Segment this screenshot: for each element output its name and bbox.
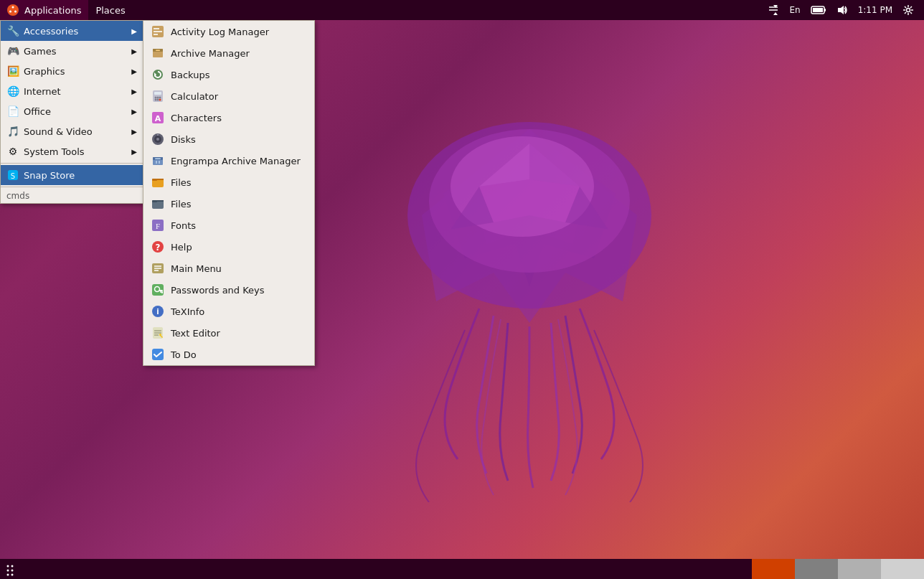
submenu-engrampa[interactable]: Engrampa Archive Manager: [143, 150, 314, 171]
menu-separator-2: [1, 187, 143, 187]
engrampa-icon: [151, 154, 165, 168]
settings-icon: [902, 4, 914, 16]
svg-rect-22: [824, 9, 826, 11]
bottom-dots-icon: [6, 562, 14, 576]
jellyfish-illustration: [278, 72, 781, 502]
svg-point-41: [155, 99, 157, 101]
svg-point-81: [11, 565, 14, 568]
bottom-right-panel: [752, 559, 924, 579]
submenu-main-menu[interactable]: Main Menu: [143, 258, 314, 279]
menu-item-games[interactable]: 🎮 Games ▶: [1, 41, 143, 61]
chars-svg: A: [151, 110, 165, 125]
submenu-todo[interactable]: To Do: [143, 344, 314, 365]
workspace-switcher-2[interactable]: [795, 559, 838, 579]
snap-icon-svg: S: [6, 169, 19, 182]
show-desktop-button[interactable]: [0, 559, 14, 579]
submenu-text-editor[interactable]: Text Editor: [143, 322, 314, 344]
games-label: Games: [24, 46, 56, 57]
submenu-archive-manager[interactable]: Archive Manager: [143, 42, 314, 64]
submenu-calculator[interactable]: Calculator: [143, 85, 314, 107]
taskbar: Applications Places En: [0, 0, 924, 20]
internet-icon: 🌐: [6, 85, 19, 98]
menu-item-system-tools[interactable]: ⚙️ System Tools ▶: [1, 141, 143, 161]
language-button[interactable]: En: [785, 0, 804, 20]
svg-rect-33: [156, 50, 160, 52]
calculator-icon: [151, 89, 165, 103]
activity-log-icon: [151, 24, 165, 39]
menu-item-internet[interactable]: 🌐 Internet ▶: [1, 81, 143, 101]
svg-point-39: [157, 97, 159, 99]
volume-icon-button[interactable]: [832, 0, 852, 20]
svg-point-83: [11, 570, 14, 572]
fonts-svg: F: [151, 218, 165, 232]
menu-item-graphics[interactable]: 🖼️ Graphics ▶: [1, 61, 143, 81]
workspace-switcher-3[interactable]: [838, 559, 881, 579]
ubuntu-icon: [7, 4, 19, 16]
characters-icon: A: [151, 110, 165, 125]
submenu-files-1[interactable]: Files: [143, 171, 314, 193]
svg-text:F: F: [156, 222, 160, 230]
archive-manager-label: Archive Manager: [171, 48, 250, 59]
svg-point-82: [7, 570, 9, 572]
svg-point-14: [14, 11, 16, 13]
workspace-switcher-4[interactable]: [881, 559, 924, 579]
menu-item-sound-video[interactable]: 🎵 Sound & Video ▶: [1, 121, 143, 141]
arrange-icon-button[interactable]: [763, 0, 783, 20]
taskbar-right: En 1:11 PM: [763, 0, 924, 20]
svg-rect-54: [159, 161, 160, 164]
svg-rect-70: [161, 291, 163, 293]
applications-menu-button[interactable]: Applications: [0, 0, 88, 20]
text-editor-icon: [151, 326, 165, 340]
menu-item-snap-store[interactable]: S Snap Store: [1, 165, 143, 185]
calc-svg: [151, 89, 165, 103]
games-arrow: ▶: [131, 47, 137, 55]
svg-marker-18: [773, 12, 778, 15]
submenu-fonts[interactable]: F Fonts: [143, 215, 314, 236]
svg-rect-29: [154, 31, 162, 32]
engrampa-svg: [151, 154, 165, 168]
text-editor-svg: [151, 326, 165, 340]
help-svg: ?: [151, 240, 165, 254]
battery-icon-button[interactable]: [806, 0, 831, 20]
svg-point-43: [159, 99, 161, 101]
submenu-help[interactable]: ? Help: [143, 236, 314, 258]
clock[interactable]: 1:11 PM: [854, 0, 897, 20]
ubuntu-logo-svg: [9, 6, 17, 14]
svg-rect-37: [154, 92, 161, 95]
activity-log-svg: [151, 24, 165, 39]
text-editor-label: Text Editor: [171, 328, 220, 339]
svg-rect-69: [159, 290, 163, 291]
submenu-backups[interactable]: Backups: [143, 64, 314, 85]
svg-text:i: i: [156, 308, 159, 316]
svg-marker-23: [838, 6, 844, 14]
workspace-switcher-1[interactable]: [752, 559, 795, 579]
todo-label: To Do: [171, 349, 197, 360]
submenu-files-2[interactable]: Files: [143, 193, 314, 215]
places-menu-button[interactable]: Places: [88, 0, 132, 20]
svg-text:S: S: [11, 172, 15, 180]
menu-item-accessories[interactable]: 🔧 Accessories ▶: [1, 21, 143, 41]
svg-rect-56: [152, 179, 157, 181]
submenu-texinfo[interactable]: i TeXInfo: [143, 301, 314, 322]
language-label: En: [789, 5, 800, 15]
settings-icon-button[interactable]: [898, 0, 918, 20]
svg-point-84: [7, 574, 9, 576]
internet-arrow: ▶: [131, 88, 137, 95]
submenu-characters[interactable]: A Characters: [143, 107, 314, 128]
svg-point-85: [11, 574, 14, 576]
svg-point-24: [907, 9, 910, 12]
office-label: Office: [24, 106, 51, 117]
system-tools-arrow: ▶: [131, 148, 137, 156]
menu-item-office[interactable]: 📄 Office ▶: [1, 101, 143, 121]
submenu-activity-log[interactable]: Activity Log Manager: [143, 21, 314, 42]
svg-text:?: ?: [156, 243, 161, 253]
submenu-passwords[interactable]: Passwords and Keys: [143, 279, 314, 301]
main-menu-svg: [151, 261, 165, 276]
sound-video-label: Sound & Video: [24, 126, 93, 137]
submenu-disks[interactable]: Disks: [143, 128, 314, 150]
passwords-icon: [151, 283, 165, 297]
accessories-icon: 🔧: [6, 24, 19, 37]
svg-rect-30: [154, 34, 158, 35]
help-label: Help: [171, 242, 192, 253]
accessories-submenu: Activity Log Manager Archive Manager Bac…: [143, 20, 315, 366]
